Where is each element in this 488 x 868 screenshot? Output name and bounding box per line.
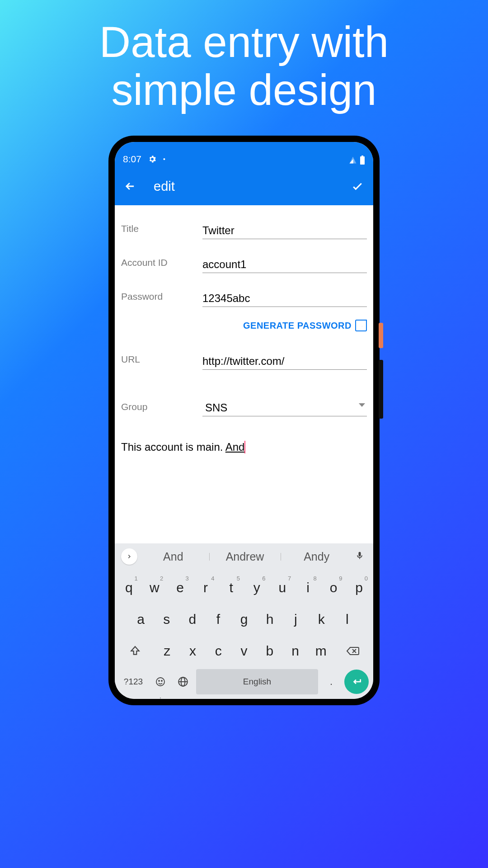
account-id-label: Account ID xyxy=(121,255,202,273)
language-key[interactable] xyxy=(174,669,192,694)
svg-rect-1 xyxy=(361,156,363,156)
page-title: edit xyxy=(154,179,175,194)
suggestion-bar: And Andrew Andy xyxy=(115,543,373,570)
key-r[interactable]: r4 xyxy=(194,574,217,601)
svg-rect-0 xyxy=(360,156,365,165)
key-m[interactable]: m xyxy=(310,637,333,665)
power-button xyxy=(379,323,383,348)
notes-text: This account is main. xyxy=(121,441,225,453)
mic-icon[interactable] xyxy=(352,550,367,563)
key-u[interactable]: u7 xyxy=(271,574,294,601)
url-label: URL xyxy=(121,352,202,370)
key-o[interactable]: o9 xyxy=(322,574,345,601)
suggestion-2[interactable]: Andrew xyxy=(209,550,281,563)
emoji-key[interactable]: , xyxy=(151,669,170,694)
gear-icon xyxy=(148,155,157,164)
svg-point-3 xyxy=(159,680,160,681)
promo-heading: Data entry with simple design xyxy=(0,0,488,113)
suggestion-3[interactable]: Andy xyxy=(281,550,352,563)
key-w[interactable]: w2 xyxy=(143,574,166,601)
key-f[interactable]: f xyxy=(206,606,230,633)
key-l[interactable]: l xyxy=(336,606,359,633)
title-label: Title xyxy=(121,222,202,239)
confirm-button[interactable] xyxy=(351,179,364,193)
volume-button xyxy=(379,360,383,419)
key-x[interactable]: x xyxy=(181,637,204,665)
app-bar: edit xyxy=(115,167,373,205)
keyboard-bottom-row: ?123 , English . xyxy=(115,665,373,694)
password-input[interactable] xyxy=(202,289,367,307)
key-y[interactable]: y6 xyxy=(245,574,268,601)
group-dropdown[interactable]: SNS xyxy=(202,391,367,416)
account-id-input[interactable] xyxy=(202,255,367,273)
keyboard-row-3: zxcvbnm xyxy=(117,637,371,665)
dot-icon: • xyxy=(163,156,165,163)
space-key[interactable]: English xyxy=(196,669,318,694)
notes-partial: And xyxy=(225,441,245,453)
promo-heading-line2: simple design xyxy=(27,66,461,114)
generate-password-button[interactable]: GENERATE PASSWORD xyxy=(121,307,367,331)
key-v[interactable]: v xyxy=(233,637,256,665)
status-bar: 8:07 • xyxy=(115,142,373,167)
promo-heading-line1: Data entry with xyxy=(27,18,461,66)
url-input[interactable] xyxy=(202,352,367,370)
enter-key[interactable] xyxy=(344,670,369,694)
key-s[interactable]: s xyxy=(155,606,178,633)
keyboard-row-1: q1w2e3r4t5y6u7i8o9p0 xyxy=(117,574,371,601)
title-input[interactable] xyxy=(202,222,367,239)
shift-key[interactable] xyxy=(117,637,153,665)
back-button[interactable] xyxy=(124,180,136,193)
chevron-down-icon xyxy=(359,403,365,407)
key-c[interactable]: c xyxy=(207,637,230,665)
svg-point-4 xyxy=(161,680,162,681)
key-i[interactable]: i8 xyxy=(296,574,319,601)
key-e[interactable]: e3 xyxy=(169,574,192,601)
group-value: SNS xyxy=(202,401,367,414)
suggestion-1[interactable]: And xyxy=(137,550,209,563)
password-label: Password xyxy=(121,289,202,307)
keyboard-row-2: asdfghjkl xyxy=(117,606,371,633)
phone-frame: 8:07 • xyxy=(108,136,380,705)
text-cursor xyxy=(244,441,245,453)
key-g[interactable]: g xyxy=(232,606,255,633)
open-external-icon xyxy=(355,320,367,331)
generate-password-label: GENERATE PASSWORD xyxy=(243,321,352,331)
symbols-key[interactable]: ?123 xyxy=(119,669,147,694)
expand-suggestions-button[interactable] xyxy=(121,548,137,565)
key-n[interactable]: n xyxy=(284,637,307,665)
form-content: Title Account ID Password GENERATE PASSW… xyxy=(115,205,373,543)
key-q[interactable]: q1 xyxy=(117,574,141,601)
key-a[interactable]: a xyxy=(129,606,152,633)
group-label: Group xyxy=(121,391,202,416)
key-p[interactable]: p0 xyxy=(347,574,371,601)
backspace-key[interactable] xyxy=(335,637,371,665)
battery-icon xyxy=(360,156,365,165)
key-z[interactable]: z xyxy=(155,637,178,665)
key-t[interactable]: t5 xyxy=(220,574,243,601)
key-b[interactable]: b xyxy=(258,637,281,665)
key-d[interactable]: d xyxy=(181,606,204,633)
key-k[interactable]: k xyxy=(310,606,333,633)
keyboard: And Andrew Andy q1w2e3r4t5y6u7i8o9p0 asd… xyxy=(115,543,373,699)
status-time: 8:07 xyxy=(123,154,141,165)
period-key[interactable]: . xyxy=(322,669,341,694)
key-h[interactable]: h xyxy=(258,606,282,633)
notes-input[interactable]: This account is main. And xyxy=(121,416,367,455)
key-j[interactable]: j xyxy=(284,606,307,633)
signal-icon xyxy=(349,156,357,164)
svg-point-2 xyxy=(156,678,164,686)
